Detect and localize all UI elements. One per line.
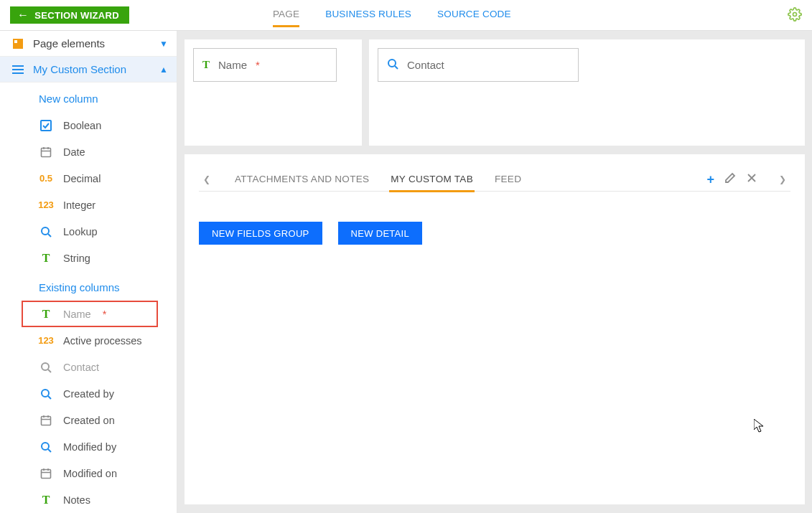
calendar-icon xyxy=(39,415,53,426)
tab-scroll-left[interactable]: ❮ xyxy=(199,169,215,190)
existing-column-modified-on[interactable]: Modified on xyxy=(0,460,177,486)
field-contact[interactable]: Contact xyxy=(378,48,579,82)
section-wizard-back-button[interactable]: ← SECTION WIZARD xyxy=(10,6,129,24)
new-fields-group-button[interactable]: NEW FIELDS GROUP xyxy=(199,222,322,245)
svg-rect-7 xyxy=(42,148,51,156)
column-label: Created by xyxy=(63,388,114,400)
string-icon: T xyxy=(39,494,53,507)
column-type-lookup[interactable]: Lookup xyxy=(0,218,177,245)
existing-columns-heading: Existing columns xyxy=(0,271,177,301)
chevron-down-icon: ▼ xyxy=(159,39,168,49)
lookup-icon xyxy=(39,388,53,400)
arrow-left-icon: ← xyxy=(17,9,29,21)
edit-tab-icon[interactable] xyxy=(724,172,736,186)
canvas: T Name * Contact ❮ ATTACHMENTS AND NOTES… xyxy=(177,31,812,513)
lookup-icon xyxy=(387,58,398,72)
existing-column-modified-by[interactable]: Modified by xyxy=(0,433,177,460)
field-label: Name xyxy=(218,59,247,71)
string-icon: T xyxy=(202,59,210,71)
svg-point-10 xyxy=(42,390,49,397)
tab-scroll-right[interactable]: ❯ xyxy=(775,169,790,190)
column-type-boolean[interactable]: Boolean xyxy=(0,112,177,138)
tab-page[interactable]: PAGE xyxy=(273,3,299,27)
column-type-decimal[interactable]: 0.5 Decimal xyxy=(0,165,177,192)
column-label: Contact xyxy=(63,362,99,373)
section-wizard-label: SECTION WIZARD xyxy=(34,10,119,21)
column-label: Active processes xyxy=(63,335,142,347)
column-label: Created on xyxy=(63,415,115,426)
svg-rect-13 xyxy=(42,469,51,478)
existing-column-name[interactable]: T Name * xyxy=(22,301,158,327)
page-elements-icon xyxy=(11,38,24,50)
svg-rect-2 xyxy=(14,40,17,43)
delete-tab-icon[interactable] xyxy=(746,172,757,186)
field-name[interactable]: T Name * xyxy=(193,48,337,82)
sidebar-section-page-elements[interactable]: Page elements ▼ xyxy=(0,31,177,57)
tab-strip: ❮ ATTACHMENTS AND NOTES MY CUSTOM TAB FE… xyxy=(199,167,790,192)
calendar-icon xyxy=(39,146,53,158)
column-label: Decimal xyxy=(63,173,101,184)
top-tabs: PAGE BUSINESS RULES SOURCE CODE xyxy=(273,3,511,27)
string-icon: T xyxy=(39,252,53,265)
column-label: Name xyxy=(63,309,91,320)
top-bar: ← SECTION WIZARD PAGE BUSINESS RULES SOU… xyxy=(0,0,812,30)
column-type-date[interactable]: Date xyxy=(0,138,177,165)
new-column-heading: New column xyxy=(0,83,177,112)
tab-actions: + ❯ xyxy=(706,169,790,190)
column-type-integer[interactable]: 123 Integer xyxy=(0,192,177,218)
column-label: Boolean xyxy=(63,120,101,131)
column-label: String xyxy=(63,253,90,264)
section-title: Page elements xyxy=(33,37,151,50)
column-label: Modified by xyxy=(63,441,116,453)
column-label: Date xyxy=(63,146,85,158)
tab-my-custom-tab[interactable]: MY CUSTOM TAB xyxy=(389,168,475,192)
lookup-icon xyxy=(39,362,53,373)
tab-source-code[interactable]: SOURCE CODE xyxy=(437,3,511,27)
svg-rect-6 xyxy=(41,121,51,131)
section-title: My Custom Section xyxy=(33,63,151,75)
sidebar-section-my-custom[interactable]: My Custom Section ▲ xyxy=(0,57,177,83)
tab-attachments-notes[interactable]: ATTACHMENTS AND NOTES xyxy=(233,168,370,190)
column-type-string[interactable]: T String xyxy=(0,245,177,271)
existing-column-created-on[interactable]: Created on xyxy=(0,407,177,433)
existing-column-created-by[interactable]: Created by xyxy=(0,380,177,407)
column-label: Integer xyxy=(63,199,95,211)
svg-point-0 xyxy=(793,12,797,16)
column-label: Lookup xyxy=(63,226,98,237)
tab-business-rules[interactable]: BUSINESS RULES xyxy=(325,3,411,27)
lookup-icon xyxy=(39,441,53,453)
existing-column-active-processes[interactable]: 123 Active processes xyxy=(0,327,177,354)
add-tab-icon[interactable]: + xyxy=(706,173,714,186)
column-label: Notes xyxy=(63,494,90,506)
svg-rect-11 xyxy=(42,416,51,425)
check-icon xyxy=(39,120,53,131)
string-icon: T xyxy=(39,308,53,321)
svg-point-14 xyxy=(388,60,396,67)
svg-point-9 xyxy=(42,363,49,370)
new-detail-button[interactable]: NEW DETAIL xyxy=(338,222,423,245)
sidebar: Page elements ▼ My Custom Section ▲ New … xyxy=(0,31,177,513)
lookup-icon xyxy=(39,226,53,237)
field-drop-panel-right[interactable]: Contact xyxy=(369,39,805,146)
required-indicator: * xyxy=(103,309,107,320)
svg-rect-3 xyxy=(12,65,24,67)
chevron-up-icon: ▲ xyxy=(159,65,168,75)
svg-rect-5 xyxy=(12,72,24,74)
gear-icon[interactable] xyxy=(788,7,802,24)
required-indicator: * xyxy=(256,59,260,71)
tabs-panel: ❮ ATTACHMENTS AND NOTES MY CUSTOM TAB FE… xyxy=(185,154,805,504)
field-drop-panel-left[interactable]: T Name * xyxy=(185,39,362,146)
svg-point-8 xyxy=(42,227,49,235)
svg-rect-4 xyxy=(12,69,24,70)
existing-column-notes[interactable]: T Notes xyxy=(0,486,177,513)
field-label: Contact xyxy=(407,59,444,71)
column-label: Modified on xyxy=(63,468,117,479)
tab-feed[interactable]: FEED xyxy=(493,168,523,190)
integer-icon: 123 xyxy=(39,335,53,346)
calendar-icon xyxy=(39,468,53,479)
existing-column-contact[interactable]: Contact xyxy=(0,354,177,380)
list-icon xyxy=(11,64,24,75)
tab-body: NEW FIELDS GROUP NEW DETAIL xyxy=(199,192,790,245)
decimal-icon: 0.5 xyxy=(39,173,53,184)
integer-icon: 123 xyxy=(39,199,53,210)
